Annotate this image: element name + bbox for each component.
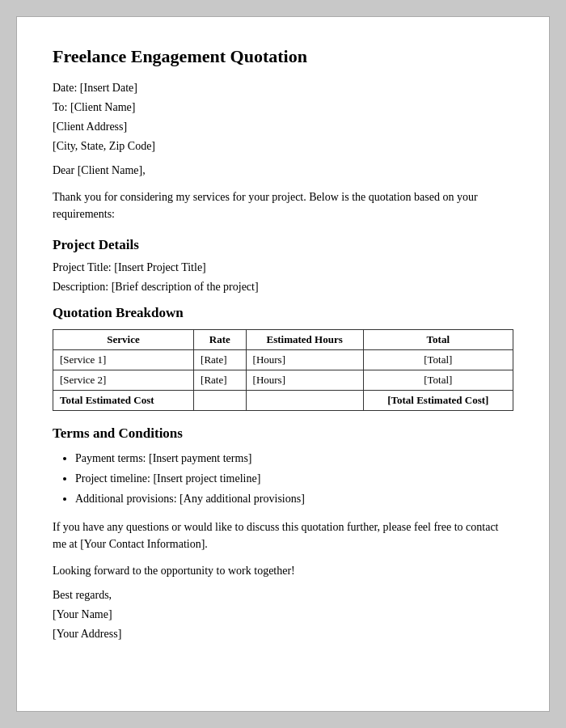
closing-paragraph-1: If you have any questions or would like … — [53, 518, 513, 552]
intro-paragraph: Thank you for considering my services fo… — [53, 188, 513, 222]
list-item: Payment terms: [Insert payment terms] — [75, 450, 513, 467]
project-title-line: Project Title: [Insert Project Title] — [53, 261, 513, 274]
row1-hours: [Hours] — [246, 350, 363, 370]
sign-name: [Your Name] — [53, 608, 513, 621]
table-header-row: Service Rate Estimated Hours Total — [53, 330, 513, 350]
col-header-service: Service — [53, 330, 194, 350]
project-description-line: Description: [Brief description of the p… — [53, 281, 513, 294]
table-row: [Service 1] [Rate] [Hours] [Total] — [53, 350, 513, 370]
row2-hours: [Hours] — [246, 370, 363, 391]
address-line1: [Client Address] — [53, 121, 513, 133]
table-row: [Service 2] [Rate] [Hours] [Total] — [53, 370, 513, 391]
row1-total: [Total] — [363, 350, 513, 370]
sign-regards: Best regards, — [53, 589, 513, 602]
row2-total: [Total] — [363, 370, 513, 391]
to-line: To: [Client Name] — [53, 101, 513, 114]
address-line2: [City, State, Zip Code] — [53, 140, 513, 153]
document-page: Freelance Engagement Quotation Date: [In… — [16, 16, 550, 712]
list-item: Additional provisions: [Any additional p… — [75, 490, 513, 507]
project-details-heading: Project Details — [53, 237, 513, 253]
terms-heading: Terms and Conditions — [53, 425, 513, 442]
quotation-breakdown-heading: Quotation Breakdown — [53, 305, 513, 321]
row2-service: [Service 2] — [53, 370, 194, 391]
closing-paragraph-2: Looking forward to the opportunity to wo… — [53, 562, 513, 579]
total-label: Total Estimated Cost — [53, 391, 194, 411]
greeting-line: Dear [Client Name], — [53, 164, 513, 177]
row2-rate: [Rate] — [194, 370, 247, 391]
total-row: Total Estimated Cost [Total Estimated Co… — [53, 391, 513, 411]
col-header-hours: Estimated Hours — [246, 330, 363, 350]
quotation-table: Service Rate Estimated Hours Total [Serv… — [53, 329, 513, 411]
row1-rate: [Rate] — [194, 350, 247, 370]
date-line: Date: [Insert Date] — [53, 82, 513, 95]
total-col2 — [194, 391, 247, 411]
terms-list: Payment terms: [Insert payment terms] Pr… — [75, 450, 513, 507]
total-value: [Total Estimated Cost] — [363, 391, 513, 411]
sign-address: [Your Address] — [53, 628, 513, 641]
total-col3 — [246, 391, 363, 411]
row1-service: [Service 1] — [53, 350, 194, 370]
col-header-rate: Rate — [194, 330, 247, 350]
document-title: Freelance Engagement Quotation — [53, 46, 513, 67]
list-item: Project timeline: [Insert project timeli… — [75, 470, 513, 487]
col-header-total: Total — [363, 330, 513, 350]
